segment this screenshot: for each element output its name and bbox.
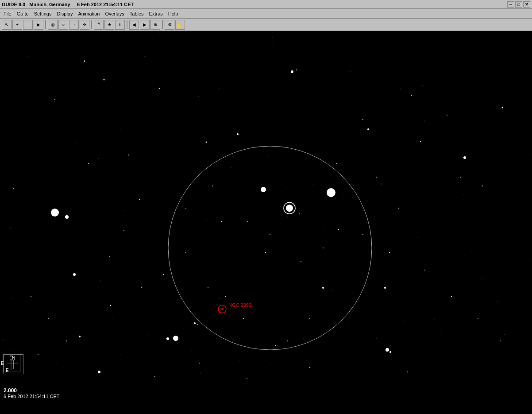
- menu-tables[interactable]: Tables: [127, 10, 146, 17]
- menu-extras[interactable]: Extras: [146, 10, 166, 17]
- menu-overlays[interactable]: Overlays: [102, 10, 127, 17]
- cross-icon[interactable]: ✛: [80, 20, 89, 30]
- prev-icon[interactable]: ◀: [129, 20, 139, 30]
- grid-icon[interactable]: #: [94, 20, 104, 30]
- circle-icon[interactable]: ○: [58, 20, 68, 30]
- target-icon[interactable]: ⊕: [150, 20, 160, 30]
- play-icon[interactable]: ▶: [34, 20, 43, 30]
- status-datetime: 6 Feb 2012 21:54:11 CET: [4, 394, 528, 399]
- zoomout-icon[interactable]: -: [23, 20, 33, 30]
- maximize-button[interactable]: □: [515, 1, 522, 8]
- menu-file[interactable]: File: [1, 10, 14, 17]
- toolbar: ↖+-▶◎○→✛#★ℹ◀▶⊕⚙📐: [0, 19, 532, 31]
- sky-canvas: [0, 31, 532, 401]
- cursor-icon[interactable]: ↖: [2, 20, 12, 30]
- menu-display[interactable]: Display: [54, 10, 75, 17]
- star-icon[interactable]: ★: [104, 20, 114, 30]
- sep1: [45, 20, 46, 29]
- zoom-level: 2.000: [4, 387, 528, 394]
- title-bar: GUIDE 8.0 Munich, Germany 6 Feb 2012 21:…: [0, 0, 532, 9]
- sep4: [162, 20, 163, 29]
- menu-go-to[interactable]: Go to: [14, 10, 31, 17]
- compass-east: E: [6, 368, 9, 373]
- zoomin-icon[interactable]: +: [12, 20, 22, 30]
- menu-animation[interactable]: Animation: [75, 10, 102, 17]
- status-bar: 2.000 6 Feb 2012 21:54:11 CET: [0, 379, 532, 401]
- settings-icon[interactable]: ⚙: [165, 20, 174, 30]
- compass: N E: [4, 354, 23, 374]
- measure-icon[interactable]: 📐: [175, 20, 185, 30]
- menu-help[interactable]: Help: [166, 10, 181, 17]
- chart-icon[interactable]: ◎: [48, 20, 58, 30]
- menu-settings[interactable]: Settings: [31, 10, 54, 17]
- sep3: [127, 20, 127, 29]
- next-icon[interactable]: ▶: [140, 20, 150, 30]
- title-bar-text: GUIDE 8.0 Munich, Germany 6 Feb 2012 21:…: [2, 2, 134, 7]
- menu-bar: FileGo toSettingsDisplayAnimationOverlay…: [0, 9, 532, 19]
- compass-arrow: [13, 360, 14, 369]
- minimize-button[interactable]: ─: [507, 1, 514, 8]
- sky-view[interactable]: N E 2.000 6 Feb 2012 21:54:11 CET: [0, 31, 532, 401]
- sep2: [91, 20, 92, 29]
- arrow-icon[interactable]: →: [69, 20, 79, 30]
- title-bar-controls: ─ □ ✕: [507, 1, 530, 8]
- close-button[interactable]: ✕: [523, 1, 530, 8]
- info-icon[interactable]: ℹ: [115, 20, 125, 30]
